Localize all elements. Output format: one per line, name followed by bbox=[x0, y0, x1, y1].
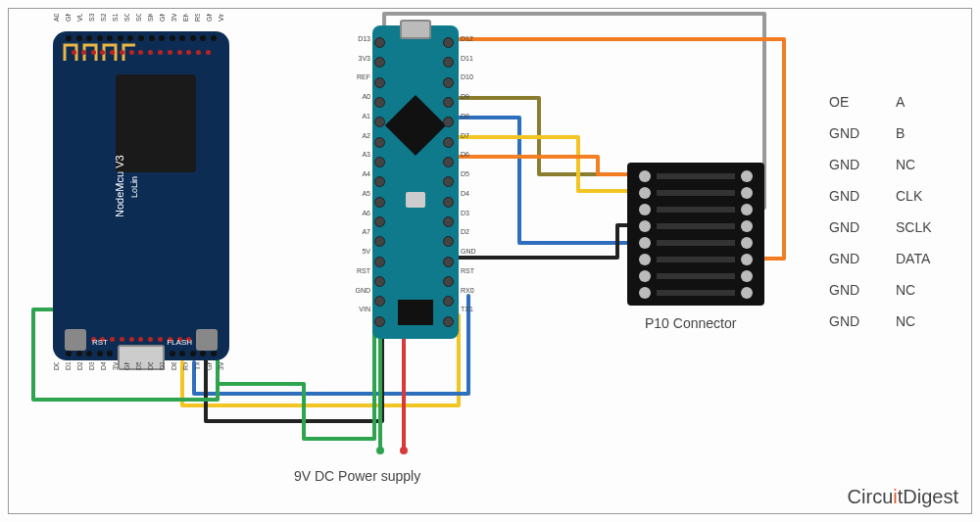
svg-text:D0: D0 bbox=[53, 362, 60, 370]
svg-text:SO: SO bbox=[135, 14, 142, 22]
svg-text:D2: D2 bbox=[461, 228, 469, 235]
p10-left-5: GND bbox=[829, 251, 878, 266]
svg-text:A0: A0 bbox=[362, 93, 370, 100]
svg-text:3V3: 3V3 bbox=[112, 362, 119, 370]
nm-labels-bot: D0D1D2D3D43V3GNDD5D6D7D8RXTXGND3V3 bbox=[53, 362, 229, 378]
rst-button bbox=[65, 329, 86, 351]
svg-text:D3: D3 bbox=[88, 362, 95, 370]
svg-text:VIN: VIN bbox=[359, 306, 370, 312]
svg-text:D4: D4 bbox=[100, 362, 107, 370]
p10-caption: P10 Connector bbox=[645, 315, 736, 331]
svg-text:S3: S3 bbox=[88, 14, 95, 22]
nodemcu-pins-top bbox=[65, 35, 218, 41]
svg-text:GND: GND bbox=[123, 362, 130, 370]
p10-right-2: NC bbox=[896, 157, 945, 172]
svg-text:VU: VU bbox=[76, 14, 83, 22]
svg-text:A6: A6 bbox=[362, 210, 370, 216]
svg-text:A2: A2 bbox=[362, 132, 370, 139]
svg-text:SC: SC bbox=[123, 14, 130, 22]
svg-text:Vin: Vin bbox=[218, 14, 224, 22]
nodemcu-leds-top bbox=[71, 49, 212, 56]
svg-text:A3: A3 bbox=[362, 151, 370, 158]
svg-text:S2: S2 bbox=[100, 14, 107, 22]
svg-text:D11: D11 bbox=[461, 55, 473, 62]
svg-text:A7: A7 bbox=[362, 228, 370, 235]
svg-text:A0: A0 bbox=[53, 14, 60, 22]
svg-text:D10: D10 bbox=[461, 73, 473, 80]
p10-left-2: GND bbox=[829, 157, 878, 172]
svg-text:GND: GND bbox=[355, 287, 370, 294]
p10-right-5: DATA bbox=[896, 251, 945, 266]
p10-left-4: GND bbox=[829, 219, 878, 235]
svg-text:D1: D1 bbox=[65, 362, 72, 370]
svg-text:D8: D8 bbox=[461, 113, 469, 119]
icsp-header bbox=[398, 300, 433, 325]
nodemcu-brand: NodeMcu V3 bbox=[114, 155, 125, 217]
mini-usb-icon bbox=[400, 20, 431, 39]
svg-text:A5: A5 bbox=[362, 190, 370, 197]
nano-reset-button bbox=[406, 192, 425, 208]
arduino-nano-board bbox=[372, 25, 459, 339]
svg-text:RST: RST bbox=[461, 267, 475, 274]
p10-right-0: A bbox=[896, 94, 945, 110]
nano-labels-left: D133V3REFA0A1A2A3A4A5A6A75VRSTGNDVIN bbox=[355, 25, 372, 339]
nodemcu-sub: LoLin bbox=[129, 176, 139, 198]
svg-text:TX: TX bbox=[194, 362, 201, 370]
svg-text:A1: A1 bbox=[362, 113, 370, 119]
svg-text:3V3: 3V3 bbox=[218, 362, 224, 370]
nano-labels-right: D12D11D10D9D8D7D6D5D4D3D2GNDRSTRX0TX1 bbox=[459, 25, 478, 339]
svg-text:GND: GND bbox=[206, 362, 213, 370]
svg-text:GND: GND bbox=[461, 248, 476, 255]
svg-text:D7: D7 bbox=[159, 362, 166, 370]
p10-left-7: GND bbox=[829, 313, 878, 329]
flash-label: FLASH bbox=[167, 338, 192, 347]
svg-text:D13: D13 bbox=[358, 35, 370, 42]
svg-text:D6: D6 bbox=[461, 151, 469, 158]
svg-text:D9: D9 bbox=[461, 93, 469, 100]
nodemcu-board: NodeMcu V3 LoLin RST FLASH bbox=[53, 31, 229, 360]
p10-right-3: CLK bbox=[896, 188, 945, 204]
svg-text:EN: EN bbox=[182, 14, 189, 22]
p10-left-3: GND bbox=[829, 188, 878, 204]
svg-text:SK: SK bbox=[147, 14, 154, 22]
svg-text:D5: D5 bbox=[135, 362, 142, 370]
p10-left-6: GND bbox=[829, 282, 878, 298]
svg-text:D5: D5 bbox=[461, 170, 469, 177]
svg-text:D2: D2 bbox=[76, 362, 83, 370]
svg-text:D7: D7 bbox=[461, 132, 469, 139]
nano-pins-left bbox=[374, 37, 388, 327]
p10-right-4: SCLK bbox=[896, 219, 945, 235]
svg-text:S1: S1 bbox=[112, 14, 119, 22]
svg-text:3V3: 3V3 bbox=[359, 55, 371, 62]
svg-text:RX0: RX0 bbox=[461, 287, 474, 294]
p10-left-0: OE bbox=[829, 94, 878, 110]
svg-text:REF: REF bbox=[357, 73, 370, 80]
svg-text:RX: RX bbox=[182, 362, 189, 370]
p10-left-1: GND bbox=[829, 125, 878, 141]
circuitdigest-logo: CircuitDigest bbox=[848, 486, 958, 508]
svg-text:GND: GND bbox=[65, 14, 72, 22]
svg-text:RST: RST bbox=[194, 14, 201, 22]
svg-text:3V3: 3V3 bbox=[171, 14, 177, 22]
p10-right-1: B bbox=[896, 125, 945, 141]
p10-right-7: NC bbox=[896, 313, 945, 329]
svg-text:D8: D8 bbox=[171, 362, 177, 370]
atmega-chip bbox=[385, 95, 446, 156]
svg-text:5V: 5V bbox=[362, 248, 370, 255]
nano-pins-right bbox=[443, 37, 457, 327]
p10-connector bbox=[627, 163, 764, 306]
nm-labels-top: A0GNDVUS3S2S1SCSOSKGND3V3ENRSTGNDVin bbox=[53, 14, 229, 29]
svg-text:A4: A4 bbox=[362, 170, 370, 177]
svg-text:D6: D6 bbox=[147, 362, 154, 370]
svg-text:D3: D3 bbox=[461, 210, 469, 216]
svg-text:D12: D12 bbox=[461, 35, 473, 42]
p10-right-6: NC bbox=[896, 282, 945, 298]
rst-label: RST bbox=[92, 338, 108, 347]
svg-text:D4: D4 bbox=[461, 190, 469, 197]
svg-text:GND: GND bbox=[206, 14, 213, 22]
svg-text:TX1: TX1 bbox=[461, 306, 473, 312]
svg-text:GND: GND bbox=[159, 14, 166, 22]
flash-button bbox=[196, 329, 218, 351]
nodemcu-silkscreen: NodeMcu V3 LoLin bbox=[53, 31, 229, 360]
svg-text:RST: RST bbox=[357, 267, 371, 274]
